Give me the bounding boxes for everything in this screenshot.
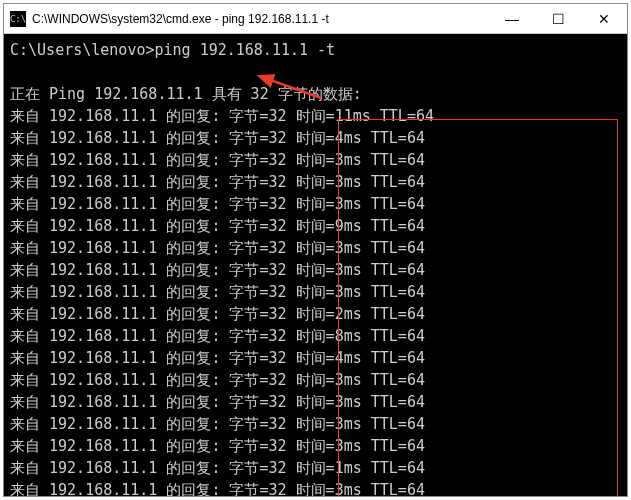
ping-reply-line: 来自 192.168.11.1 的回复: 字节=32 时间=3ms TTL=64 [10,149,621,171]
ping-reply-line: 来自 192.168.11.1 的回复: 字节=32 时间=4ms TTL=64 [10,127,621,149]
close-button[interactable]: ✕ [581,4,627,33]
prompt-line: C:\Users\lenovo>ping 192.168.11.1 -t [10,39,621,61]
ping-reply-line: 来自 192.168.11.1 的回复: 字节=32 时间=4ms TTL=64 [10,347,621,369]
ping-reply-line: 来自 192.168.11.1 的回复: 字节=32 时间=3ms TTL=64 [10,479,621,496]
maximize-button[interactable]: ☐ [535,4,581,33]
ping-reply-line: 来自 192.168.11.1 的回复: 字节=32 时间=3ms TTL=64 [10,391,621,413]
ping-reply-line: 来自 192.168.11.1 的回复: 字节=32 时间=3ms TTL=64 [10,259,621,281]
ping-reply-line: 来自 192.168.11.1 的回复: 字节=32 时间=3ms TTL=64 [10,281,621,303]
ping-reply-line: 来自 192.168.11.1 的回复: 字节=32 时间=2ms TTL=64 [10,303,621,325]
titlebar[interactable]: C:\ C:\WINDOWS\system32\cmd.exe - ping 1… [4,4,627,34]
cmd-window: C:\ C:\WINDOWS\system32\cmd.exe - ping 1… [3,3,628,497]
minimize-button[interactable]: — [489,4,535,33]
ping-reply-line: 来自 192.168.11.1 的回复: 字节=32 时间=11ms TTL=6… [10,105,621,127]
ping-reply-line: 来自 192.168.11.1 的回复: 字节=32 时间=3ms TTL=64 [10,413,621,435]
cmd-icon: C:\ [10,11,26,27]
window-controls: — ☐ ✕ [489,4,627,33]
ping-replies: 来自 192.168.11.1 的回复: 字节=32 时间=11ms TTL=6… [10,105,621,496]
ping-reply-line: 来自 192.168.11.1 的回复: 字节=32 时间=3ms TTL=64 [10,171,621,193]
ping-header: 正在 Ping 192.168.11.1 具有 32 字节的数据: [10,83,621,105]
ping-reply-line: 来自 192.168.11.1 的回复: 字节=32 时间=3ms TTL=64 [10,435,621,457]
ping-reply-line: 来自 192.168.11.1 的回复: 字节=32 时间=3ms TTL=64 [10,237,621,259]
ping-reply-line: 来自 192.168.11.1 的回复: 字节=32 时间=3ms TTL=64 [10,193,621,215]
window-title: C:\WINDOWS\system32\cmd.exe - ping 192.1… [32,12,489,26]
ping-reply-line: 来自 192.168.11.1 的回复: 字节=32 时间=9ms TTL=64 [10,215,621,237]
ping-reply-line: 来自 192.168.11.1 的回复: 字节=32 时间=8ms TTL=64 [10,325,621,347]
ping-reply-line: 来自 192.168.11.1 的回复: 字节=32 时间=3ms TTL=64 [10,369,621,391]
terminal-output[interactable]: C:\Users\lenovo>ping 192.168.11.1 -t 正在 … [4,34,627,496]
ping-reply-line: 来自 192.168.11.1 的回复: 字节=32 时间=1ms TTL=64 [10,457,621,479]
